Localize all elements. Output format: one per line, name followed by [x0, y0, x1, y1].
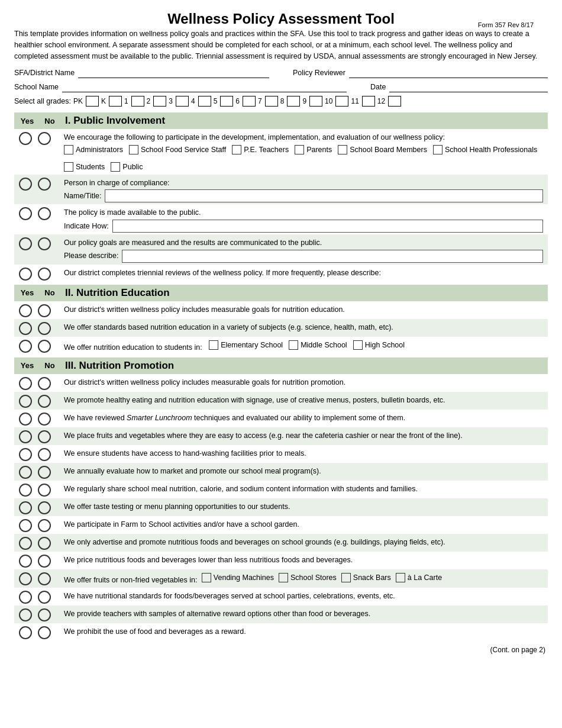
chk-parents[interactable]: Parents [295, 144, 332, 156]
chk-students-box[interactable] [64, 162, 73, 172]
grade-6-box[interactable] [243, 96, 256, 107]
grade-3-box[interactable] [176, 96, 189, 107]
row2-2-yes-circle[interactable] [19, 322, 32, 335]
chk-food-service-box[interactable] [129, 145, 138, 154]
row3-15-yes-circle[interactable] [19, 626, 32, 639]
row1-4-no-circle[interactable] [38, 237, 51, 250]
row3-7-no-circle[interactable] [38, 484, 51, 497]
row1-4-yes-circle[interactable] [19, 237, 32, 250]
grade-11-box[interactable] [362, 96, 375, 107]
row3-15-no-circle[interactable] [38, 626, 51, 639]
chk-administrators[interactable]: Administrators [64, 144, 123, 156]
grade-9-box[interactable] [309, 96, 322, 107]
grade-10-box[interactable] [335, 96, 348, 107]
row3-10-no-circle[interactable] [38, 537, 51, 550]
chk-elementary[interactable]: Elementary School [209, 340, 283, 351]
grade-1-box[interactable] [131, 96, 144, 107]
row3-1-no-circle[interactable] [38, 377, 51, 390]
chk-elementary-box[interactable] [209, 340, 218, 350]
row3-8-no-circle[interactable] [38, 501, 51, 514]
row3-3-yes-circle[interactable] [19, 413, 32, 426]
row3-2-yes-circle[interactable] [19, 395, 32, 408]
row3-5-yes-circle[interactable] [19, 448, 32, 461]
row3-3-no-circle[interactable] [38, 413, 51, 426]
row3-2-no-circle[interactable] [38, 395, 51, 408]
chk-snack-bars[interactable]: Snack Bars [341, 572, 391, 584]
row2-1-no-circle[interactable] [38, 304, 51, 317]
chk-school-stores[interactable]: School Stores [279, 572, 337, 584]
row3-10-yes-circle[interactable] [19, 537, 32, 550]
row3-14-yes-circle[interactable] [19, 608, 32, 621]
indicate-how-input[interactable] [112, 220, 543, 233]
chk-middle[interactable]: Middle School [289, 340, 347, 351]
school-name-input[interactable] [62, 82, 347, 92]
row3-11-yes-circle[interactable] [19, 555, 32, 568]
chk-a-la-carte[interactable]: à La Carte [396, 572, 442, 584]
row3-7-yes-circle[interactable] [19, 484, 32, 497]
chk-school-stores-box[interactable] [279, 573, 288, 582]
row1-2-no-circle[interactable] [38, 178, 51, 191]
row2-3-no-circle[interactable] [38, 340, 51, 353]
row3-13-yes-circle[interactable] [19, 591, 32, 604]
row3-4-yes-circle[interactable] [19, 430, 32, 443]
chk-vending[interactable]: Vending Machines [202, 572, 274, 584]
grade-k-box[interactable] [109, 96, 122, 107]
row3-1-content: Our district's written wellness policy i… [64, 376, 543, 388]
chk-parents-box[interactable] [295, 145, 304, 154]
row1-5-no-circle[interactable] [38, 268, 51, 281]
row3-6-yes-circle[interactable] [19, 466, 32, 479]
chk-board-members-box[interactable] [338, 145, 347, 154]
chk-high[interactable]: High School [353, 340, 405, 351]
row3-12-yes-circle[interactable] [19, 572, 32, 585]
row3-1-yes-circle[interactable] [19, 377, 32, 390]
row1-2-yes-circle[interactable] [19, 178, 32, 191]
chk-public[interactable]: Public [111, 162, 143, 173]
chk-a-la-carte-box[interactable] [396, 573, 405, 582]
policy-reviewer-input[interactable] [349, 67, 548, 78]
section3-row12: We offer fruits or non-fried vegetables … [14, 569, 548, 588]
grade-pk-box[interactable] [86, 96, 99, 107]
row2-1-content: Our district's written wellness policy i… [64, 303, 543, 315]
date-input[interactable] [389, 82, 548, 92]
chk-public-box[interactable] [111, 162, 120, 172]
grade-2-box[interactable] [153, 96, 166, 107]
row3-12-no-circle[interactable] [38, 572, 51, 585]
row1-5-yes-circle[interactable] [19, 268, 32, 281]
row2-2-no-circle[interactable] [38, 322, 51, 335]
grade-5-box[interactable] [220, 96, 233, 107]
row3-13-no-circle[interactable] [38, 591, 51, 604]
chk-middle-box[interactable] [289, 340, 298, 350]
chk-pe-teachers-box[interactable] [232, 145, 241, 154]
row1-1-no-circle[interactable] [38, 132, 51, 145]
row3-9-no-circle[interactable] [38, 519, 51, 532]
chk-health-professionals[interactable]: School Health Professionals [433, 144, 537, 156]
row3-4-no-circle[interactable] [38, 430, 51, 443]
row3-14-no-circle[interactable] [38, 608, 51, 621]
row2-1-yes-circle[interactable] [19, 304, 32, 317]
grade-8-box[interactable] [287, 96, 300, 107]
chk-board-members[interactable]: School Board Members [338, 144, 427, 156]
sfa-district-input[interactable] [78, 67, 269, 78]
chk-snack-bars-box[interactable] [341, 573, 351, 582]
chk-food-service[interactable]: School Food Service Staff [129, 144, 226, 156]
chk-health-professionals-box[interactable] [433, 145, 443, 154]
name-title-input[interactable] [105, 189, 543, 202]
chk-high-box[interactable] [353, 340, 363, 350]
grade-12-box[interactable] [388, 96, 401, 107]
chk-students[interactable]: Students [64, 162, 105, 173]
row1-1-yes-circle[interactable] [19, 132, 32, 145]
grade-4-box[interactable] [198, 96, 211, 107]
row1-3-yes-circle[interactable] [19, 207, 32, 220]
row3-8-yes-circle[interactable] [19, 501, 32, 514]
please-describe-input[interactable] [122, 250, 543, 263]
row3-11-no-circle[interactable] [38, 555, 51, 568]
row3-9-yes-circle[interactable] [19, 519, 32, 532]
row3-5-no-circle[interactable] [38, 448, 51, 461]
row2-3-yes-circle[interactable] [19, 340, 32, 353]
chk-vending-box[interactable] [202, 573, 211, 582]
row3-6-no-circle[interactable] [38, 466, 51, 479]
grade-7-box[interactable] [265, 96, 278, 107]
chk-administrators-box[interactable] [64, 145, 73, 154]
row1-3-no-circle[interactable] [38, 207, 51, 220]
chk-pe-teachers[interactable]: P.E. Teachers [232, 144, 289, 156]
